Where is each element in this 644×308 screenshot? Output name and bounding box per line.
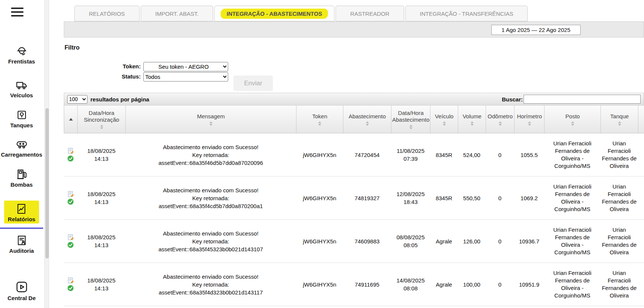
sidebar-item-label: Auditoria — [0, 248, 43, 254]
edit-note-icon[interactable] — [68, 234, 74, 240]
posto-cell: Urian Ferracioli Fernandes de Oliveira -… — [544, 133, 600, 176]
sidebar-item-tanques[interactable]: Tanques — [0, 109, 43, 128]
table-row: 18/08/202514:13 Abastecimento enviado co… — [64, 220, 644, 263]
sidebar-item-auditoria[interactable]: Auditoria — [0, 234, 43, 254]
odometro-cell: 0 — [486, 177, 514, 219]
success-check-icon — [67, 155, 74, 162]
active-item-highlight: Relatórios — [4, 201, 39, 223]
search-input[interactable] — [524, 95, 641, 104]
horimetro-cell: 1055.5 — [514, 133, 544, 176]
tanque-cell: Urian Ferracioli Fernandes de Oliveira — [600, 263, 638, 306]
tab-integracao-abastecimentos[interactable]: INTEGRAÇÃO - ABASTECIMENTOS — [214, 6, 334, 21]
sort-icon — [366, 121, 369, 126]
token-label: Token: — [64, 63, 141, 69]
sort-icon — [471, 121, 474, 126]
row-actions-cell — [64, 263, 77, 306]
sidebar-item-veiculos[interactable]: Veículos — [0, 79, 43, 98]
sort-icon — [318, 121, 321, 126]
token-cell: jW6GIHYX5n — [296, 263, 343, 306]
odometro-cell: 0 — [486, 220, 514, 263]
edit-note-icon[interactable] — [68, 148, 74, 154]
header-sincronizacao[interactable]: Data/Hora Sincronização — [78, 106, 126, 133]
veiculo-cell: Agrale — [430, 220, 458, 263]
status-label: Status: — [64, 73, 141, 80]
list-controls-bar: 100 resultados por página Buscar: — [64, 93, 644, 106]
abast-datetime-cell: 08/08/202508:05 — [391, 220, 430, 263]
tanque-cell: Urian Ferracioli Fernandes de Oliveira — [600, 220, 638, 263]
sidebar-item-label: Central De — [0, 295, 43, 301]
abast-datetime-cell: 14/08/202508:08 — [391, 263, 430, 306]
header-veiculo[interactable]: Veículo — [430, 106, 458, 133]
tab-relatorios[interactable]: RELATÓRIOS — [74, 6, 140, 21]
abastecimento-cell: 74609883 — [343, 220, 391, 263]
active-section-underline — [0, 228, 43, 229]
sidebar-item-label: Carregamentos — [0, 151, 43, 158]
sort-icon — [571, 121, 574, 126]
hamburger-menu-icon[interactable] — [10, 6, 25, 19]
clipped-cell: F — [638, 133, 644, 176]
volume-cell: 550,50 — [458, 177, 486, 219]
posto-cell: Urian Ferracioli Fernandes de Oliveira -… — [544, 177, 600, 219]
page-size-select[interactable]: 100 — [67, 95, 87, 104]
sidebar-item-bombas[interactable]: Bombas — [0, 168, 43, 188]
abastecimento-cell: 74819327 — [343, 177, 391, 219]
sidebar-item-frentistas[interactable]: Frentistas — [0, 45, 43, 65]
carregamentos-icon — [16, 138, 28, 145]
sidebar-item-label: Veículos — [0, 92, 43, 98]
header-clipped[interactable] — [638, 106, 644, 133]
vertical-scrollbar[interactable] — [44, 0, 49, 308]
sidebar-item-carregamentos[interactable]: Carregamentos — [0, 138, 43, 158]
volume-cell: 126,00 — [458, 220, 486, 263]
filter-title: Filtro — [65, 44, 80, 51]
date-range-button[interactable]: 1 Ago 2025 — 22 Ago 2025 — [491, 25, 581, 35]
scrollbar-thumb[interactable] — [45, 108, 49, 258]
sidebar-item-relatorios[interactable]: Relatórios — [0, 201, 43, 224]
edit-note-icon[interactable] — [68, 277, 74, 284]
token-cell: jW6GIHYX5n — [296, 177, 343, 219]
volume-cell: 524,00 — [458, 133, 486, 176]
sync-datetime-cell: 18/08/202514:13 — [77, 220, 125, 263]
edit-note-icon[interactable] — [68, 191, 74, 197]
posto-cell: Urian Ferracioli Fernandes de Oliveira -… — [544, 263, 600, 306]
header-volume[interactable]: Volume — [458, 106, 486, 133]
sidebar-item-label: Relatórios — [8, 216, 35, 222]
tab-integracao-transferencias[interactable]: INTEGRAÇÃO - TRANSFERÊNCIAS — [405, 6, 528, 21]
sort-icon — [209, 121, 212, 126]
sort-icon — [618, 121, 621, 126]
veiculos-icon — [16, 79, 28, 85]
token-cell: jW6GIHYX5n — [296, 133, 343, 176]
header-mensagem[interactable]: Mensagem — [126, 106, 296, 133]
tab-rastreador[interactable]: RASTREADOR — [336, 6, 404, 21]
success-check-icon — [67, 242, 74, 248]
header-token[interactable]: Token — [296, 106, 343, 133]
token-select[interactable]: Seu token - AEGRO — [143, 62, 228, 71]
enviar-button[interactable]: Enviar — [233, 75, 273, 91]
veiculo-cell: Agrale — [430, 263, 458, 306]
header-tanque[interactable]: Tanque — [601, 106, 638, 133]
success-check-icon — [67, 285, 74, 291]
header-posto[interactable]: Posto — [545, 106, 601, 133]
veiculo-cell: 8345R — [430, 177, 458, 219]
auditoria-icon — [16, 234, 28, 241]
tanque-cell: Urian Ferracioli Fernandes de Oliveira — [600, 133, 638, 176]
table-header: Data/Hora Sincronização Mensagem Token A… — [64, 106, 644, 133]
header-odometro[interactable]: Odômetro — [486, 106, 515, 133]
header-abastecimento[interactable]: Abastecimento — [343, 106, 391, 133]
sync-datetime-cell: 18/08/202514:13 — [77, 177, 125, 219]
tab-import-abast[interactable]: IMPORT. ABAST. — [141, 6, 214, 21]
table-row: 18/08/202514:13 Abastecimento enviado co… — [64, 263, 644, 306]
sidebar-item-label: Bombas — [0, 181, 43, 188]
header-sort-current[interactable] — [64, 106, 78, 133]
status-select[interactable]: Todos — [143, 72, 228, 82]
table-row: 18/08/202514:13 Abastecimento enviado co… — [64, 177, 644, 220]
active-tab-highlight: INTEGRAÇÃO - ABASTECIMENTOS — [220, 9, 328, 19]
message-cell: Abastecimento enviado com Sucesso!Key re… — [125, 220, 296, 263]
sort-icon — [528, 121, 531, 126]
toolbar-band: 1 Ago 2025 — 22 Ago 2025 — [64, 21, 644, 38]
header-data-abastecimento[interactable]: Data/Hora Abastecimento — [391, 106, 430, 133]
header-horimetro[interactable]: Horímetro — [515, 106, 545, 133]
posto-cell: Urian Ferracioli Fernandes de Oliveira -… — [544, 220, 600, 263]
sidebar-item-central[interactable]: Central De — [0, 280, 43, 301]
success-check-icon — [67, 198, 74, 205]
message-cell: Abastecimento enviado com Sucesso!Key re… — [125, 177, 296, 219]
